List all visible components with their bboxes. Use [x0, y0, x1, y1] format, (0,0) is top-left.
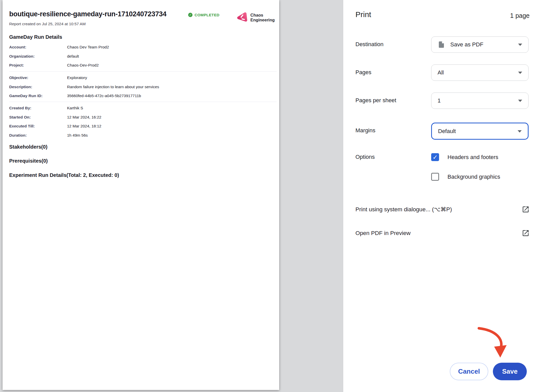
status-text: COMPLETED	[195, 13, 220, 17]
print-dialog-title: Print	[355, 10, 371, 19]
external-link-icon	[522, 205, 530, 213]
margins-label: Margins	[355, 127, 375, 134]
detail-row: Description: Random failure injection to…	[3, 83, 279, 92]
print-preview-area: boutique-resilience-gameday-run-17102407…	[0, 0, 343, 392]
stakeholders-heading: Stakeholders(0)	[9, 144, 47, 150]
page-count: 1 page	[510, 12, 530, 19]
pages-per-sheet-value: 1	[438, 97, 441, 104]
destination-value: Save as PDF	[450, 41, 483, 48]
details-group-objective: Objective: Exploratory Description: Rand…	[3, 73, 279, 101]
detail-row: Created By: Karthik S	[3, 104, 279, 113]
pages-select[interactable]: All	[431, 64, 529, 81]
background-graphics-option: Background graphics	[431, 173, 500, 181]
save-button[interactable]: Save	[493, 363, 527, 380]
cancel-button[interactable]: Cancel	[450, 363, 488, 380]
detail-row: Account: Chaos Dev Team Prod2	[3, 43, 279, 52]
print-settings-panel: Print 1 page Destination Save as PDF Pag…	[343, 0, 538, 392]
divider	[9, 102, 277, 102]
detail-row: Objective: Exploratory	[3, 73, 279, 83]
prerequisites-heading: Prerequisites(0)	[9, 158, 48, 164]
chevron-down-icon	[518, 100, 522, 102]
external-link-icon	[522, 229, 530, 237]
destination-select[interactable]: Save as PDF	[431, 36, 529, 53]
check-circle-icon: ✓	[188, 13, 193, 17]
chaos-engineering-logo: Chaos Engineering	[236, 12, 275, 23]
pages-per-sheet-label: Pages per sheet	[355, 97, 396, 104]
open-pdf-preview-link[interactable]: Open PDF in Preview	[355, 229, 530, 237]
system-dialog-link-label: Print using system dialogue... (⌥⌘P)	[355, 206, 522, 213]
divider	[9, 71, 277, 72]
background-graphics-checkbox[interactable]	[431, 173, 439, 181]
pages-label: Pages	[355, 69, 371, 76]
options-label: Options	[355, 154, 375, 160]
headers-footers-checkbox[interactable]: ✓	[431, 153, 439, 161]
pdf-file-icon	[438, 40, 445, 49]
experiment-run-details-heading: Experiment Run Details(Total: 2, Execute…	[9, 172, 119, 178]
chevron-down-icon	[518, 130, 522, 133]
detail-row: GameDay Run ID: 35660fed-44b5-472c-a045-…	[3, 92, 279, 101]
detail-row: Duration: 1h 49m 56s	[3, 131, 279, 140]
pages-per-sheet-select[interactable]: 1	[431, 93, 529, 109]
background-graphics-label: Background graphics	[447, 174, 500, 180]
margins-select[interactable]: Default	[431, 123, 529, 140]
detail-row: Started On: 12 Mar 2024, 16:22	[3, 113, 279, 122]
chevron-down-icon	[518, 72, 522, 74]
destination-label: Destination	[355, 41, 383, 48]
headers-footers-label: Headers and footers	[447, 154, 498, 161]
margins-value: Default	[438, 128, 456, 135]
open-pdf-preview-label: Open PDF in Preview	[355, 230, 522, 237]
report-created-line: Report created on Jul 25, 2024 at 10:57 …	[9, 22, 86, 26]
detail-row: Organization: default	[3, 52, 279, 61]
chevron-down-icon	[518, 44, 522, 46]
headers-footers-option: ✓ Headers and footers	[431, 153, 498, 161]
status-badge: ✓ COMPLETED	[188, 13, 220, 17]
document-page: boutique-resilience-gameday-run-17102407…	[3, 0, 279, 390]
detail-row: Project: Chaos-Dev-Prod2	[3, 61, 279, 70]
logo-text: Chaos Engineering	[250, 13, 275, 23]
details-group-account: Account: Chaos Dev Team Prod2 Organizati…	[3, 43, 279, 70]
report-title: boutique-resilience-gameday-run-17102407…	[9, 10, 166, 18]
pages-value: All	[438, 69, 444, 76]
gameday-details-heading: GameDay Run Details	[9, 34, 62, 40]
detail-row: Executed Till: 12 Mar 2024, 18:12	[3, 122, 279, 131]
details-group-run: Created By: Karthik S Started On: 12 Mar…	[3, 104, 279, 140]
chaos-logo-icon	[236, 12, 248, 23]
system-dialog-link[interactable]: Print using system dialogue... (⌥⌘P)	[355, 205, 530, 213]
